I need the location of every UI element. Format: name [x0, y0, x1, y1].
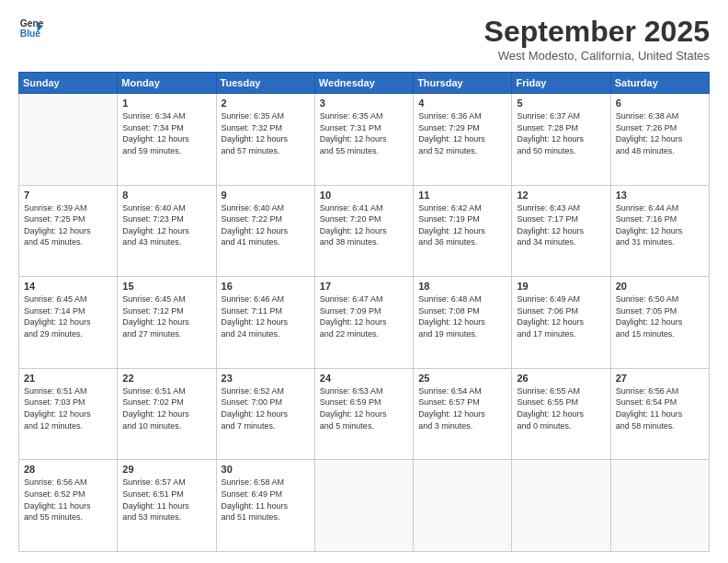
info-line: Sunrise: 6:50 AM [616, 294, 679, 304]
info-line: and 7 minutes. [222, 421, 276, 431]
day-number: 29 [122, 464, 210, 475]
cell-info: Sunrise: 6:58 AMSunset: 6:49 PMDaylight:… [222, 477, 310, 523]
info-line: and 34 minutes. [517, 237, 575, 247]
cell-info: Sunrise: 6:47 AMSunset: 7:09 PMDaylight:… [320, 293, 408, 339]
cell-info: Sunrise: 6:49 AMSunset: 7:06 PMDaylight:… [517, 293, 605, 339]
table-cell [314, 460, 413, 552]
day-number: 28 [24, 464, 112, 475]
info-line: Sunrise: 6:55 AM [517, 386, 580, 396]
info-line: and 36 minutes. [418, 237, 477, 247]
day-number: 8 [122, 190, 210, 201]
table-cell: 23Sunrise: 6:52 AMSunset: 7:00 PMDayligh… [216, 368, 314, 460]
page: General Blue September 2025 West Modesto… [0, 0, 728, 563]
table-cell: 29Sunrise: 6:57 AMSunset: 6:51 PMDayligh… [118, 460, 216, 552]
cell-info: Sunrise: 6:39 AMSunset: 7:25 PMDaylight:… [24, 202, 112, 248]
cell-info: Sunrise: 6:40 AMSunset: 7:23 PMDaylight:… [122, 202, 210, 248]
info-line: Sunrise: 6:58 AM [222, 477, 285, 487]
info-line: Daylight: 12 hours [418, 226, 485, 236]
table-cell: 22Sunrise: 6:51 AMSunset: 7:02 PMDayligh… [118, 368, 216, 460]
table-cell: 1Sunrise: 6:34 AMSunset: 7:34 PMDaylight… [118, 94, 216, 186]
info-line: Sunrise: 6:36 AM [418, 111, 482, 121]
table-cell: 20Sunrise: 6:50 AMSunset: 7:05 PMDayligh… [610, 277, 709, 369]
info-line: Daylight: 12 hours [418, 134, 485, 144]
info-line: and 19 minutes. [418, 329, 477, 339]
day-number: 23 [222, 373, 310, 384]
info-line: and 52 minutes. [418, 146, 477, 155]
col-saturday: Saturday [610, 73, 709, 94]
day-number: 11 [418, 190, 506, 201]
info-line: Sunrise: 6:34 AM [122, 111, 186, 121]
info-line: Sunset: 7:31 PM [320, 123, 381, 132]
day-number: 12 [517, 190, 605, 201]
table-cell: 12Sunrise: 6:43 AMSunset: 7:17 PMDayligh… [512, 185, 610, 277]
info-line: Daylight: 12 hours [122, 317, 189, 327]
info-line: Sunrise: 6:38 AM [616, 111, 679, 121]
info-line: Sunset: 7:09 PM [320, 306, 381, 316]
info-line: and 57 minutes. [222, 146, 280, 155]
table-cell: 13Sunrise: 6:44 AMSunset: 7:16 PMDayligh… [610, 185, 709, 277]
month-title: September 2025 [484, 15, 710, 49]
table-cell: 9Sunrise: 6:40 AMSunset: 7:22 PMDaylight… [216, 185, 314, 277]
table-cell [610, 460, 709, 552]
info-line: and 17 minutes. [517, 329, 575, 339]
table-cell: 17Sunrise: 6:47 AMSunset: 7:09 PMDayligh… [314, 277, 413, 369]
location: West Modesto, California, United States [484, 49, 710, 63]
info-line: Daylight: 11 hours [122, 501, 189, 511]
info-line: Sunrise: 6:35 AM [320, 111, 383, 121]
cell-info: Sunrise: 6:38 AMSunset: 7:26 PMDaylight:… [616, 110, 704, 156]
info-line: Sunrise: 6:37 AM [517, 111, 580, 121]
day-number: 24 [320, 373, 408, 384]
table-cell: 25Sunrise: 6:54 AMSunset: 6:57 PMDayligh… [414, 368, 512, 460]
info-line: and 43 minutes. [122, 237, 181, 247]
info-line: Sunrise: 6:41 AM [320, 203, 383, 213]
info-line: Sunrise: 6:42 AM [418, 203, 482, 213]
cell-info: Sunrise: 6:51 AMSunset: 7:02 PMDaylight:… [122, 385, 210, 431]
info-line: and 41 minutes. [222, 237, 280, 247]
day-number: 2 [222, 98, 310, 109]
cell-info: Sunrise: 6:35 AMSunset: 7:32 PMDaylight:… [222, 110, 310, 156]
info-line: Daylight: 12 hours [24, 317, 91, 327]
info-line: Daylight: 12 hours [616, 317, 683, 327]
cell-info: Sunrise: 6:57 AMSunset: 6:51 PMDaylight:… [122, 477, 210, 523]
cell-info: Sunrise: 6:46 AMSunset: 7:11 PMDaylight:… [222, 293, 310, 339]
info-line: Daylight: 11 hours [222, 501, 289, 511]
table-cell: 4Sunrise: 6:36 AMSunset: 7:29 PMDaylight… [414, 94, 512, 186]
cell-info: Sunrise: 6:44 AMSunset: 7:16 PMDaylight:… [616, 202, 704, 248]
info-line: and 31 minutes. [616, 237, 675, 247]
day-number: 26 [517, 373, 605, 384]
info-line: and 22 minutes. [320, 329, 379, 339]
info-line: Daylight: 12 hours [616, 134, 683, 144]
cell-info: Sunrise: 6:36 AMSunset: 7:29 PMDaylight:… [418, 110, 506, 156]
info-line: Sunrise: 6:45 AM [24, 294, 87, 304]
col-friday: Friday [512, 73, 610, 94]
cell-info: Sunrise: 6:52 AMSunset: 7:00 PMDaylight:… [222, 385, 310, 431]
info-line: Daylight: 12 hours [418, 409, 485, 419]
table-cell: 26Sunrise: 6:55 AMSunset: 6:55 PMDayligh… [512, 368, 610, 460]
info-line: Sunrise: 6:40 AM [222, 203, 285, 213]
day-number: 21 [24, 373, 112, 384]
calendar-table: Sunday Monday Tuesday Wednesday Thursday… [18, 72, 710, 552]
table-cell: 15Sunrise: 6:45 AMSunset: 7:12 PMDayligh… [118, 277, 216, 369]
info-line: Sunrise: 6:39 AM [24, 203, 87, 213]
cell-info: Sunrise: 6:37 AMSunset: 7:28 PMDaylight:… [517, 110, 605, 156]
day-number: 27 [616, 373, 704, 384]
cell-info: Sunrise: 6:41 AMSunset: 7:20 PMDaylight:… [320, 202, 408, 248]
table-cell [19, 94, 118, 186]
info-line: and 53 minutes. [122, 512, 181, 522]
col-monday: Monday [118, 73, 216, 94]
table-cell: 2Sunrise: 6:35 AMSunset: 7:32 PMDaylight… [216, 94, 314, 186]
info-line: Sunset: 6:55 PM [517, 397, 578, 407]
info-line: Sunrise: 6:52 AM [222, 386, 285, 396]
info-line: Daylight: 12 hours [517, 134, 584, 144]
table-cell: 8Sunrise: 6:40 AMSunset: 7:23 PMDaylight… [118, 185, 216, 277]
day-number: 9 [222, 190, 310, 201]
day-number: 7 [24, 190, 112, 201]
day-number: 10 [320, 190, 408, 201]
info-line: Daylight: 12 hours [24, 409, 91, 419]
info-line: Daylight: 12 hours [320, 226, 387, 236]
logo-icon: General Blue [18, 15, 44, 40]
info-line: Sunrise: 6:49 AM [517, 294, 580, 304]
info-line: and 12 minutes. [24, 421, 83, 431]
info-line: Daylight: 12 hours [517, 317, 584, 327]
info-line: Daylight: 12 hours [222, 409, 289, 419]
